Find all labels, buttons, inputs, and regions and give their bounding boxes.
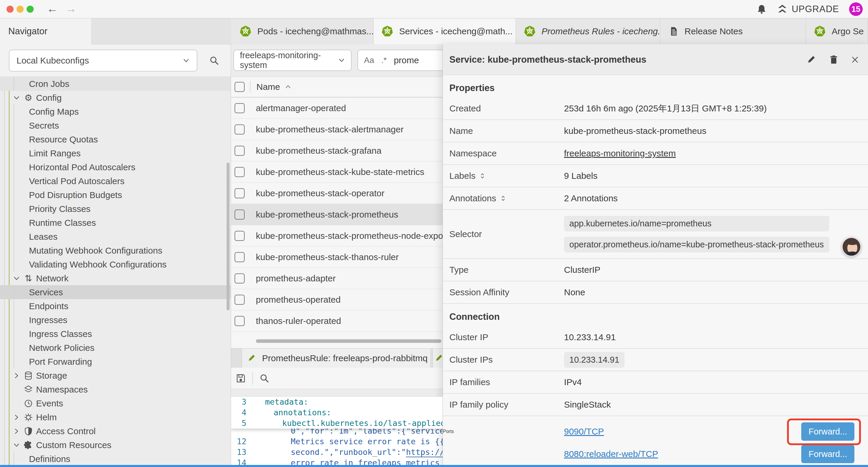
row-checkbox[interactable] (235, 295, 245, 305)
forward-button[interactable]: Forward... (801, 422, 855, 441)
row-checkbox[interactable] (235, 231, 245, 241)
port-link[interactable]: 8080:reloader-web/TCP (564, 449, 658, 459)
sidebar-item-vertical-pod-autoscalers[interactable]: Vertical Pod Autoscalers (0, 174, 231, 188)
tab-release[interactable]: Release Notes (660, 18, 806, 44)
row-checkbox[interactable] (235, 167, 245, 177)
sidebar-item-limit-ranges[interactable]: Limit Ranges (0, 146, 231, 160)
name-column-header[interactable]: Name (256, 82, 291, 92)
expand-collapse-icon[interactable] (479, 173, 486, 179)
sidebar-item-config-maps[interactable]: Config Maps (0, 105, 231, 119)
sidebar-item-access-control[interactable]: Access Control (0, 424, 231, 438)
forward-button[interactable]: Forward... (801, 445, 855, 463)
sidebar-item-mutating-webhook-configurations[interactable]: Mutating Webhook Configurations (0, 243, 231, 258)
forward-button[interactable] (64, 2, 78, 15)
tab-prometheus[interactable]: Prometheus Rules - icecheng... (516, 18, 660, 44)
back-button[interactable] (45, 2, 60, 15)
regex-toggle[interactable]: .* (381, 56, 387, 65)
notification-count-badge[interactable]: 15 (849, 2, 863, 16)
sidebar-item-cron-jobs[interactable]: Cron Jobs (0, 77, 231, 91)
tab-services[interactable]: Services - icecheng@math... (373, 18, 516, 44)
upgrade-button[interactable]: UPGRADE (777, 4, 839, 14)
editor-tab-prometheusrule[interactable]: PrometheusRule: freeleaps-prod-rabbitmq (242, 348, 431, 368)
namespace-link[interactable]: freeleaps-monitoring-system (564, 148, 676, 158)
assistant-avatar[interactable] (842, 237, 861, 257)
chevron-right-icon[interactable] (13, 414, 21, 421)
sidebar-item-network-policies[interactable]: Network Policies (0, 341, 231, 355)
editor-tab-partial[interactable] (433, 348, 442, 368)
sidebar-item-custom-resources[interactable]: Custom Resources (0, 438, 231, 452)
table-row[interactable]: alertmanager-operated (231, 97, 442, 119)
match-case-toggle[interactable]: Aa (364, 56, 374, 65)
sidebar-item-horizontal-pod-autoscalers[interactable]: Horizontal Pod Autoscalers (0, 160, 231, 174)
save-icon[interactable] (236, 373, 246, 383)
sidebar-item-helm[interactable]: Helm (0, 410, 231, 424)
row-label: Type (443, 265, 564, 275)
chevron-down-icon[interactable] (13, 275, 21, 282)
close-window-button[interactable] (6, 6, 13, 13)
port-link[interactable]: 9090/TCP (564, 427, 604, 437)
row-checkbox[interactable] (235, 103, 245, 113)
close-icon[interactable] (851, 56, 859, 64)
sidebar-item-port-forwarding[interactable]: Port Forwarding (0, 355, 231, 369)
sidebar-item-priority-classes[interactable]: Priority Classes (0, 202, 231, 216)
chevron-right-icon[interactable] (13, 428, 21, 435)
sidebar-item-ingress-classes[interactable]: Ingress Classes (0, 327, 231, 341)
select-all-checkbox[interactable] (235, 82, 245, 92)
minimize-window-button[interactable] (17, 6, 24, 13)
sidebar-item-events[interactable]: Events (0, 396, 231, 410)
editor-search-icon[interactable] (259, 373, 270, 383)
table-row[interactable]: kube-prometheus-stack-kube-state-metrics (231, 162, 442, 183)
chevron-down-icon[interactable] (13, 442, 21, 449)
table-row[interactable]: thanos-ruler-operated (231, 310, 442, 332)
scrollbar-thumb[interactable] (256, 339, 441, 343)
horizontal-scrollbar[interactable] (231, 339, 442, 344)
sidebar-item-leases[interactable]: Leases (0, 230, 231, 243)
sidebar-item-definitions[interactable]: Definitions (0, 452, 231, 466)
sidebar-item-pod-disruption-budgets[interactable]: Pod Disruption Budgets (0, 188, 231, 202)
row-checkbox[interactable] (235, 273, 245, 284)
row-checkbox[interactable] (235, 124, 245, 135)
edit-pencil-icon[interactable] (807, 55, 816, 64)
sidebar-item-resource-quotas[interactable]: Resource Quotas (0, 133, 231, 146)
table-row[interactable]: kube-prometheus-stack-grafana (231, 140, 442, 162)
sidebar-scrollbar[interactable] (226, 163, 229, 310)
sidebar-item-namespaces[interactable]: Namespaces (0, 382, 231, 396)
yaml-editor[interactable]: 3metadata:4annotations:5kubectl.kubernet… (231, 397, 442, 467)
delete-trash-icon[interactable] (829, 55, 838, 64)
sidebar-item-services[interactable]: Services (0, 285, 231, 299)
row-checkbox[interactable] (235, 252, 245, 262)
table-row[interactable]: prometheus-operated (231, 289, 442, 310)
sidebar-item-runtime-classes[interactable]: Runtime Classes (0, 216, 231, 230)
notifications-bell-icon[interactable] (756, 4, 767, 14)
sidebar-item-validating-webhook-configurations[interactable]: Validating Webhook Configurations (0, 258, 231, 271)
row-checkbox[interactable] (235, 146, 245, 156)
service-name: prometheus-adapter (256, 273, 336, 284)
maximize-window-button[interactable] (27, 6, 34, 13)
kubeconfig-select[interactable]: Local Kubeconfigs (9, 50, 197, 71)
sidebar-item-endpoints[interactable]: Endpoints (0, 299, 231, 313)
chevron-right-icon[interactable] (13, 372, 21, 379)
tab-pods[interactable]: Pods - icecheng@mathmas... (231, 18, 373, 44)
table-row[interactable]: prometheus-adapter (231, 268, 442, 289)
table-row[interactable]: kube-prometheus-stack-prometheus (231, 204, 442, 225)
chevron-down-icon[interactable] (13, 94, 21, 101)
sidebar-item-network[interactable]: ⇅Network (0, 271, 231, 285)
sidebar-item-ingresses[interactable]: Ingresses (0, 313, 231, 327)
code-link[interactable]: https://net (406, 447, 442, 457)
row-checkbox[interactable] (235, 209, 245, 220)
row-checkbox[interactable] (235, 316, 245, 326)
sidebar-search-icon[interactable] (207, 53, 222, 68)
table-row[interactable]: kube-prometheus-stack-thanos-ruler (231, 246, 442, 268)
sidebar-item-config[interactable]: ⚙Config (0, 91, 231, 105)
table-search-input[interactable]: Aa .* prome (358, 50, 446, 71)
tab-argo[interactable]: Argo Se (806, 18, 868, 44)
sidebar-item-secrets[interactable]: Secrets (0, 119, 231, 133)
expand-collapse-icon[interactable] (500, 195, 506, 201)
table-row[interactable]: kube-prometheus-stack-alertmanager (231, 119, 442, 140)
namespace-select[interactable]: freeleaps-monitoring-system (234, 50, 351, 71)
navigator-panel-tab[interactable]: Navigator (0, 18, 92, 44)
row-checkbox[interactable] (235, 188, 245, 198)
sidebar-item-storage[interactable]: Storage (0, 369, 231, 382)
table-row[interactable]: kube-prometheus-stack-operator (231, 183, 442, 204)
table-row[interactable]: kube-prometheus-stack-prometheus-node-ex… (231, 225, 442, 246)
